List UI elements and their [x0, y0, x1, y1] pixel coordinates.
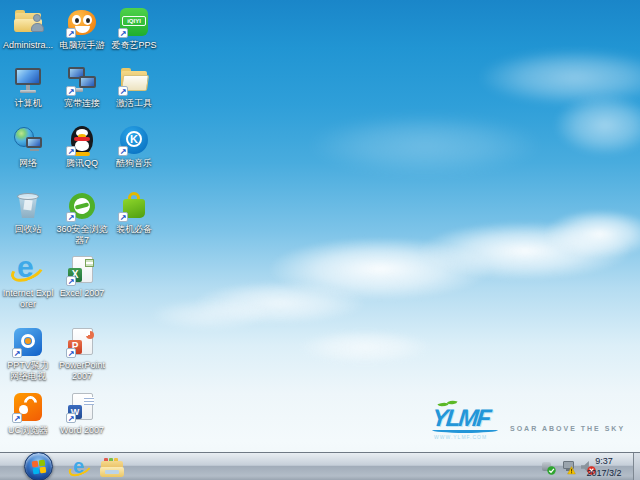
shortcut-arrow-icon: ↗ [66, 86, 76, 96]
desktop-icon-internet-explorer[interactable]: e Internet Explorer [2, 254, 54, 310]
desktop-icon-activation-tools[interactable]: ↗ 激活工具 [108, 64, 160, 109]
shortcut-arrow-icon: ↗ [66, 146, 76, 156]
iqiyi-icon: iQIYI↗ [118, 6, 150, 38]
desktop-icon-label: 宽带连接 [56, 98, 108, 109]
cloud [300, 330, 430, 364]
kugou-k-icon: K↗ [118, 124, 150, 156]
ie-icon: e [12, 254, 44, 286]
desktop-icon-label: PPTV聚力 网络电视 [2, 360, 54, 382]
desktop-icon-word[interactable]: W↗ Word 2007 [56, 391, 108, 436]
desktop-icon-label: 腾讯QQ [56, 158, 108, 169]
desktop-icon-label: Internet Explorer [2, 288, 54, 310]
desktop-icon-label: 网络 [2, 158, 54, 169]
desktop-icon-pc-play-mobile-games[interactable]: ↗ 电脑玩手游 [56, 6, 108, 51]
cloud [555, 95, 640, 155]
windows-flag-icon [31, 459, 47, 475]
cloud [310, 115, 540, 175]
shortcut-arrow-icon: ↗ [118, 146, 128, 156]
desktop-icon-tencent-qq[interactable]: ↗ 腾讯QQ [56, 124, 108, 169]
desktop-icon-label: 计算机 [2, 98, 54, 109]
taskbar-clock[interactable]: 9:37 2017/3/2 [578, 455, 630, 479]
desktop: YLMF WWW.YLMF.COM SOAR ABOVE THE SKY Adm… [0, 0, 640, 480]
desktop-icon-label: Administra... [2, 40, 54, 51]
pptv-icon: ↗ [12, 326, 44, 358]
safely-remove-hardware-icon[interactable] [540, 459, 556, 475]
cloud [270, 238, 490, 300]
taskbar: e 9:37 2017/3/2 [0, 452, 640, 480]
clock-date: 2017/3/2 [578, 467, 630, 479]
taskbar-internet-explorer-button[interactable]: e [66, 456, 94, 479]
recycle-bin-icon [12, 190, 44, 222]
shortcut-arrow-icon: ↗ [118, 86, 128, 96]
cloud [195, 282, 365, 324]
word-icon: W↗ [66, 391, 98, 423]
ylmf-tagline: SOAR ABOVE THE SKY [510, 425, 625, 432]
user-folder-icon [12, 6, 44, 38]
360-browser-icon: ↗ [66, 190, 98, 222]
shortcut-arrow-icon: ↗ [118, 212, 128, 222]
desktop-icon-essential-software[interactable]: ↗ 装机必备 [108, 190, 160, 235]
ylmf-logo: YLMF WWW.YLMF.COM SOAR ABOVE THE SKY [430, 405, 610, 449]
desktop-icon-pptv[interactable]: ↗ PPTV聚力 网络电视 [2, 326, 54, 382]
desktop-icon-uc-browser[interactable]: ↗ UC浏览器 [2, 391, 54, 436]
shortcut-arrow-icon: ↗ [66, 212, 76, 222]
desktop-icon-label: 激活工具 [108, 98, 160, 109]
cloud [480, 50, 640, 105]
desktop-icon-network[interactable]: 网络 [2, 124, 54, 169]
cloud [420, 222, 630, 280]
show-desktop-button[interactable] [633, 453, 640, 480]
shortcut-arrow-icon: ↗ [66, 413, 76, 423]
shortcut-arrow-icon: ↗ [66, 348, 76, 358]
desktop-icon-iqiyi-pps[interactable]: iQIYI↗ 爱奇艺PPS [108, 6, 160, 51]
desktop-icon-label: 爱奇艺PPS [108, 40, 160, 51]
desktop-icon-label: 酷狗音乐 [108, 158, 160, 169]
desktop-icon-recycle-bin[interactable]: 回收站 [2, 190, 54, 235]
start-button[interactable] [24, 452, 53, 480]
desktop-icon-label: UC浏览器 [2, 425, 54, 436]
shortcut-arrow-icon: ↗ [12, 413, 22, 423]
desktop-icon-powerpoint[interactable]: P↗ PowerPoint 2007 [56, 326, 108, 382]
powerpoint-icon: P↗ [66, 326, 98, 358]
shortcut-arrow-icon: ↗ [118, 28, 128, 38]
desktop-icon-label: 电脑玩手游 [56, 40, 108, 51]
desktop-icon-360-browser[interactable]: ↗ 360安全浏览器7 [56, 190, 108, 246]
computer-monitor-icon [12, 64, 44, 96]
taskbar-windows-explorer-button[interactable] [98, 456, 126, 479]
desktop-icon-label: 装机必备 [108, 224, 160, 235]
desktop-icon-label: 360安全浏览器7 [56, 224, 108, 246]
game-face-icon: ↗ [66, 6, 98, 38]
desktop-icon-label: 回收站 [2, 224, 54, 235]
broadband-connection-icon: ↗ [66, 64, 98, 96]
network-status-warning-icon[interactable] [560, 459, 576, 475]
cloud [545, 210, 640, 258]
clock-time: 9:37 [578, 455, 630, 467]
cloud [150, 300, 270, 330]
folder-icon: ↗ [118, 64, 150, 96]
shortcut-arrow-icon: ↗ [66, 276, 76, 286]
desktop-icon-label: Word 2007 [56, 425, 108, 436]
logo-swoosh [432, 427, 498, 433]
ylmf-url: WWW.YLMF.COM [434, 434, 487, 440]
qq-penguin-icon: ↗ [66, 124, 98, 156]
desktop-icon-excel[interactable]: X↗ Excel 2007 [56, 254, 108, 299]
folder-icon [100, 458, 124, 478]
shopping-bag-icon: ↗ [118, 190, 150, 222]
ie-icon: e [69, 457, 91, 479]
excel-icon: X↗ [66, 254, 98, 286]
desktop-icon-broadband[interactable]: ↗ 宽带连接 [56, 64, 108, 109]
uc-squirrel-icon: ↗ [12, 391, 44, 423]
shortcut-arrow-icon: ↗ [12, 348, 22, 358]
desktop-icon-label: PowerPoint 2007 [56, 360, 108, 382]
desktop-icon-computer[interactable]: 计算机 [2, 64, 54, 109]
shortcut-arrow-icon: ↗ [66, 28, 76, 38]
desktop-icon-administrator[interactable]: Administra... [2, 6, 54, 51]
desktop-icon-kugou-music[interactable]: K↗ 酷狗音乐 [108, 124, 160, 169]
network-globe-icon [12, 124, 44, 156]
desktop-icon-label: Excel 2007 [56, 288, 108, 299]
